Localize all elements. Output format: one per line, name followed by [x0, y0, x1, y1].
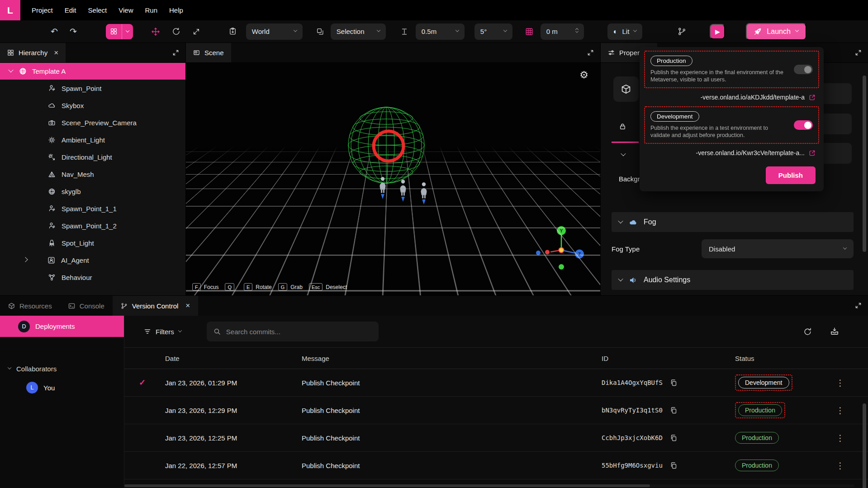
sidebar-item-collaborators[interactable]: Collaborators	[0, 359, 124, 379]
tree-item-behaviour[interactable]: Behaviour	[0, 269, 185, 286]
tree-item-spawn-point-1-2[interactable]: Spawn_Point_1_2	[0, 217, 185, 234]
shading-mode-select[interactable]: ◐ Lit	[607, 24, 643, 40]
launch-button[interactable]: Launch	[746, 23, 806, 40]
search-input[interactable]	[226, 328, 372, 336]
sidebar-item-you[interactable]: L You	[0, 379, 124, 397]
tree-item-scene-preview-camera[interactable]: Scene_Preview_Camera	[0, 114, 185, 131]
development-toggle[interactable]	[794, 120, 813, 130]
chevron-right-icon[interactable]	[23, 257, 28, 262]
viewport-layout-dropdown[interactable]	[122, 24, 133, 39]
undo-button[interactable]: ↶	[51, 27, 58, 36]
move-tool-button[interactable]	[151, 27, 160, 36]
transform-space-select[interactable]: World	[246, 24, 303, 40]
menu-run[interactable]: Run	[139, 3, 164, 18]
tab-resources[interactable]: Resources	[0, 296, 60, 316]
scene-canvas[interactable]: Y Z ⚙ FFocus Q ERotate GGrab EscDeselect	[186, 63, 600, 295]
copy-icon[interactable]	[670, 462, 677, 469]
tree-item-skyglb[interactable]: skyglb	[0, 183, 185, 200]
tree-item-spot-light[interactable]: Spot_Light	[0, 234, 185, 251]
tree-item-skybox[interactable]: Skybox	[0, 97, 185, 114]
commit-row[interactable]: Jan 23, 2026, 12:29 PM Publish Checkpoin…	[124, 397, 868, 424]
selection-mode-button[interactable]	[316, 28, 324, 36]
commit-search-box[interactable]	[207, 322, 379, 341]
publish-button[interactable]: Publish	[766, 166, 816, 184]
section-chevron-down-icon[interactable]	[621, 151, 626, 156]
external-link-icon[interactable]	[809, 150, 816, 156]
row-menu-kebab-icon[interactable]: ⋮	[836, 405, 844, 416]
development-link-row[interactable]: -verse.onland.io/Kwr3cVe/template-a...	[644, 144, 819, 162]
move-snap-select[interactable]: 0.5m	[416, 24, 465, 40]
chevron-down-icon[interactable]	[8, 365, 11, 369]
commit-row[interactable]: ✓ Jan 23, 2026, 01:29 PM Publish Checkpo…	[124, 369, 868, 397]
avatar-figure[interactable]	[418, 182, 429, 204]
expand-panel-icon[interactable]	[855, 302, 862, 309]
expand-panel-icon[interactable]	[172, 49, 179, 56]
chevron-down-icon[interactable]	[618, 276, 623, 281]
app-logo[interactable]: L	[0, 0, 20, 20]
chevron-down-icon[interactable]	[618, 218, 623, 223]
snap-move-button[interactable]	[400, 28, 408, 36]
transform-gizmo[interactable]: Y Z	[534, 223, 588, 277]
sidebar-item-deployments[interactable]: D Deployments	[0, 316, 124, 337]
fog-section-header[interactable]: Fog	[612, 212, 854, 232]
lock-icon[interactable]	[619, 123, 626, 130]
row-menu-kebab-icon[interactable]: ⋮	[836, 433, 844, 443]
menu-view[interactable]: View	[113, 3, 139, 18]
fog-type-select[interactable]: Disabled	[702, 239, 854, 258]
redo-button[interactable]: ↷	[70, 27, 77, 36]
filters-button[interactable]: Filters	[144, 328, 181, 336]
properties-scrollbar[interactable]	[863, 76, 866, 252]
copy-icon[interactable]	[670, 407, 677, 414]
tab-console[interactable]: Console	[60, 296, 113, 316]
avatar-figure[interactable]	[377, 176, 388, 199]
audio-settings-section-header[interactable]: Audio Settings	[612, 270, 854, 290]
copy-icon[interactable]	[670, 434, 677, 441]
play-button[interactable]: ▶	[710, 24, 725, 39]
scale-tool-button[interactable]	[192, 28, 200, 36]
external-link-icon[interactable]	[809, 94, 816, 101]
close-icon[interactable]: ×	[54, 48, 58, 57]
menu-help[interactable]: Help	[163, 3, 189, 18]
menu-project[interactable]: Project	[26, 3, 59, 18]
avatar-figure[interactable]	[398, 179, 408, 202]
wireframe-sphere[interactable]	[345, 104, 428, 187]
selection-filter-select[interactable]: Selection	[331, 24, 386, 40]
object-properties-tab[interactable]	[613, 76, 639, 102]
deploy-settings-button[interactable]	[830, 327, 839, 336]
grid-height-stepper[interactable]: 0 m	[541, 24, 584, 40]
row-menu-kebab-icon[interactable]: ⋮	[836, 378, 844, 388]
production-link-row[interactable]: -verse.onland.io/aKDJkdd/template-a	[644, 88, 819, 106]
menu-select[interactable]: Select	[82, 3, 113, 18]
version-control-button[interactable]	[678, 27, 686, 36]
expand-panel-icon[interactable]	[587, 49, 594, 56]
expand-panel-icon[interactable]	[855, 49, 862, 56]
close-icon[interactable]: ×	[185, 301, 190, 310]
table-scrollbar[interactable]	[863, 403, 866, 488]
tree-item-spawn-point[interactable]: Spawn_Point	[0, 80, 185, 97]
production-toggle[interactable]	[794, 65, 813, 74]
tree-root-template-a[interactable]: Template A	[0, 63, 185, 80]
stepper-arrows[interactable]	[576, 30, 578, 33]
viewport-layout-button[interactable]	[106, 24, 133, 39]
paste-button[interactable]	[228, 27, 237, 36]
tab-hierarchy[interactable]: Hierarchy ×	[0, 43, 66, 62]
menu-edit[interactable]: Edit	[59, 3, 82, 18]
horizontal-scrollbar[interactable]	[124, 484, 854, 487]
row-menu-kebab-icon[interactable]: ⋮	[836, 460, 844, 471]
rotate-snap-select[interactable]: 5°	[474, 24, 512, 40]
refresh-button[interactable]	[803, 327, 812, 336]
rotate-tool-button[interactable]	[172, 27, 180, 36]
viewport-settings-gear-icon[interactable]: ⚙	[579, 69, 588, 81]
grid-snap-toggle[interactable]	[525, 28, 533, 36]
tab-scene[interactable]: Scene	[186, 43, 231, 62]
chevron-down-icon[interactable]	[8, 67, 13, 72]
commit-row[interactable]: Jan 22, 2026, 12:57 PM Publish Checkpoin…	[124, 452, 868, 479]
tree-item-directional-light[interactable]: Directional_Light	[0, 148, 185, 166]
production-link[interactable]: -verse.onland.io/aKDJkdd/template-a	[701, 94, 805, 101]
copy-icon[interactable]	[670, 379, 677, 386]
tree-item-spawn-point-1-1[interactable]: Spawn_Point_1_1	[0, 200, 185, 217]
commit-row[interactable]: Jan 23, 2026, 12:25 PM Publish Checkpoin…	[124, 424, 868, 452]
tree-item-ambient-light[interactable]: Ambient_Light	[0, 131, 185, 148]
tree-item-nav-mesh[interactable]: Nav_Mesh	[0, 166, 185, 183]
tab-version-control[interactable]: Version Control ×	[113, 296, 199, 316]
